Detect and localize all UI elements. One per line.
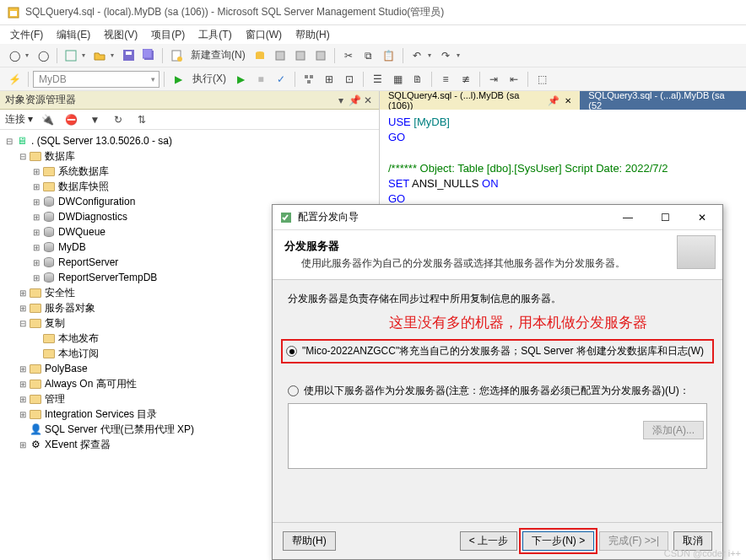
editor-tab-1[interactable]: SQLQuery4.sql - (...l).MyDB (sa (106)) 📌… xyxy=(380,91,580,110)
display-plan-icon[interactable] xyxy=(300,70,318,89)
radio-icon[interactable] xyxy=(286,346,297,357)
database-icon xyxy=(42,271,56,284)
new-query-icon[interactable] xyxy=(167,46,186,65)
outdent-icon[interactable]: ⇤ xyxy=(505,70,523,89)
execute-icon[interactable]: ▶ xyxy=(169,70,187,89)
connection-icon[interactable]: ⚡ xyxy=(5,70,24,89)
debug-icon[interactable]: ▶ xyxy=(231,70,250,89)
menu-help[interactable]: 帮助(H) xyxy=(289,26,337,44)
maximize-icon[interactable]: ☐ xyxy=(646,206,684,229)
tree-xevent[interactable]: XEvent 探查器 xyxy=(45,438,111,452)
include-stats-icon[interactable]: ⊞ xyxy=(320,70,338,89)
tree-root[interactable]: . (SQL Server 13.0.5026.0 - sa) xyxy=(31,135,172,147)
nav-fwd-icon[interactable]: ◯ xyxy=(34,46,52,65)
svg-rect-6 xyxy=(143,49,152,58)
tab-close-icon[interactable]: ✕ xyxy=(565,96,571,105)
connect-obj-explorer-icon[interactable]: 🔌 xyxy=(38,110,57,129)
tree-snapshot[interactable]: 数据库快照 xyxy=(58,180,109,194)
dialog-titlebar[interactable]: 配置分发向导 — ☐ ✕ xyxy=(273,205,722,230)
radio-option-self-distributor[interactable]: "Mico-2022ANZGCC"将充当自己的分发服务器；SQL Server … xyxy=(283,341,712,362)
tree-dwqueue[interactable]: DWQueue xyxy=(58,226,105,238)
results-file-icon[interactable]: 🗎 xyxy=(408,70,427,89)
tree-reportserver[interactable]: ReportServer xyxy=(58,256,118,268)
tree-databases[interactable]: 数据库 xyxy=(45,149,75,164)
menu-tools[interactable]: 工具(T) xyxy=(192,26,238,44)
save-icon[interactable] xyxy=(119,46,138,65)
execute-label[interactable]: 执行(X) xyxy=(189,72,230,86)
results-text-icon[interactable]: ☰ xyxy=(368,70,387,89)
window-titlebar: SQLQuery4.sql - (local).MyDB (sa (106)) … xyxy=(0,0,746,25)
dialog-subheading: 使用此服务器作为自己的分发服务器或选择其他服务器作为分发服务器。 xyxy=(301,256,711,271)
database-selector[interactable]: MyDB ▾ xyxy=(33,71,159,88)
radio-option-other-distributor[interactable]: 使用以下服务器作为分发服务器(注意：您选择的服务器必须已配置为分发服务器)(U)… xyxy=(288,384,707,398)
folder-icon xyxy=(29,149,42,163)
dialog-header: 分发服务器 使用此服务器作为自己的分发服务器或选择其他服务器作为分发服务器。 xyxy=(273,230,722,280)
tree-alwayson[interactable]: Always On 高可用性 xyxy=(45,377,137,391)
panel-dropdown-icon[interactable]: ▾ xyxy=(335,94,347,106)
live-stats-icon[interactable]: ⊡ xyxy=(340,70,359,89)
editor-tab-2[interactable]: SQLQuery3.sql - (...al).MyDB (sa (52 xyxy=(580,91,746,110)
tree-polybase[interactable]: PolyBase xyxy=(45,363,88,374)
disconnect-icon[interactable]: ⛔ xyxy=(62,110,80,129)
tree-dwdiag[interactable]: DWDiagnostics xyxy=(58,211,127,223)
comment-icon[interactable]: ≡ xyxy=(436,70,455,89)
menu-view[interactable]: 视图(V) xyxy=(97,26,144,44)
undo-icon[interactable]: ↶ xyxy=(408,46,426,65)
copy-icon[interactable]: ⧉ xyxy=(359,46,378,65)
help-button[interactable]: 帮助(H) xyxy=(283,531,336,551)
menu-file[interactable]: 文件(F) xyxy=(3,26,50,44)
filter-icon[interactable]: ⇅ xyxy=(132,110,151,129)
folder-icon xyxy=(29,377,42,390)
paste-icon[interactable]: 📋 xyxy=(380,46,398,65)
save-all-icon[interactable] xyxy=(139,46,158,65)
tree-mydb[interactable]: MyDB xyxy=(58,241,86,253)
tree-dwconfig[interactable]: DWConfiguration xyxy=(58,196,135,207)
tree-server-objects[interactable]: 服务器对象 xyxy=(45,301,95,315)
parse-icon[interactable]: ✓ xyxy=(272,70,290,89)
db-engine-query-icon[interactable] xyxy=(251,46,269,65)
tab-pin-icon[interactable]: 📌 xyxy=(548,95,560,106)
mdx-query-icon[interactable] xyxy=(271,46,289,65)
new-query-label[interactable]: 新建查询(N) xyxy=(187,48,249,62)
folder-icon xyxy=(29,301,42,315)
tree-management[interactable]: 管理 xyxy=(45,392,65,407)
radio-icon[interactable] xyxy=(288,385,299,396)
tree-replication[interactable]: 复制 xyxy=(45,316,65,331)
tree-agent[interactable]: SQL Server 代理(已禁用代理 XP) xyxy=(45,423,194,437)
menu-project[interactable]: 项目(P) xyxy=(144,26,192,44)
xmla-query-icon[interactable] xyxy=(311,46,330,65)
open-icon[interactable] xyxy=(90,46,109,65)
next-button[interactable]: 下一步(N) > xyxy=(522,531,594,551)
tree-integration[interactable]: Integration Services 目录 xyxy=(45,407,157,422)
cut-icon[interactable]: ✂ xyxy=(339,46,358,65)
specify-values-icon[interactable]: ⬚ xyxy=(532,70,551,89)
tree-local-sub[interactable]: 本地订阅 xyxy=(58,347,99,361)
menubar: 文件(F) 编辑(E) 视图(V) 项目(P) 工具(T) 窗口(W) 帮助(H… xyxy=(0,25,746,44)
watermark-text: CSDN @coder i++ xyxy=(664,548,741,558)
dmx-query-icon[interactable] xyxy=(291,46,310,65)
sql-toolbar: ⚡ MyDB ▾ ▶ 执行(X) ▶ ■ ✓ ⊞ ⊡ ☰ ▦ 🗎 ≡ ≢ ⇥ ⇤… xyxy=(0,67,746,91)
nav-back-icon[interactable]: ◯ xyxy=(5,46,24,65)
tree-reportservertemp[interactable]: ReportServerTempDB xyxy=(58,272,157,283)
tree-sysdb[interactable]: 系统数据库 xyxy=(58,164,109,179)
agent-icon: 👤 xyxy=(29,423,42,436)
new-project-icon[interactable] xyxy=(62,46,80,65)
panel-close-icon[interactable]: ✕ xyxy=(362,94,374,106)
stop-icon: ■ xyxy=(251,70,270,89)
indent-icon[interactable]: ⇥ xyxy=(484,70,503,89)
uncomment-icon[interactable]: ≢ xyxy=(457,70,475,89)
tree-local-pub[interactable]: 本地发布 xyxy=(58,331,99,346)
connect-dropdown[interactable]: 连接 ▾ xyxy=(5,112,33,127)
tree-security[interactable]: 安全性 xyxy=(45,286,75,300)
minimize-icon[interactable]: — xyxy=(609,206,646,229)
back-button[interactable]: < 上一步 xyxy=(460,531,517,551)
server-icon: 🖥 xyxy=(15,134,29,148)
results-grid-icon[interactable]: ▦ xyxy=(388,70,407,89)
refresh-icon[interactable]: ↻ xyxy=(109,110,127,129)
redo-icon[interactable]: ↷ xyxy=(436,46,455,65)
menu-window[interactable]: 窗口(W) xyxy=(239,26,289,44)
panel-pin-icon[interactable]: 📌 xyxy=(349,94,360,106)
close-icon[interactable]: ✕ xyxy=(684,206,721,229)
stop-icon[interactable]: ▼ xyxy=(85,110,104,129)
menu-edit[interactable]: 编辑(E) xyxy=(50,26,97,44)
